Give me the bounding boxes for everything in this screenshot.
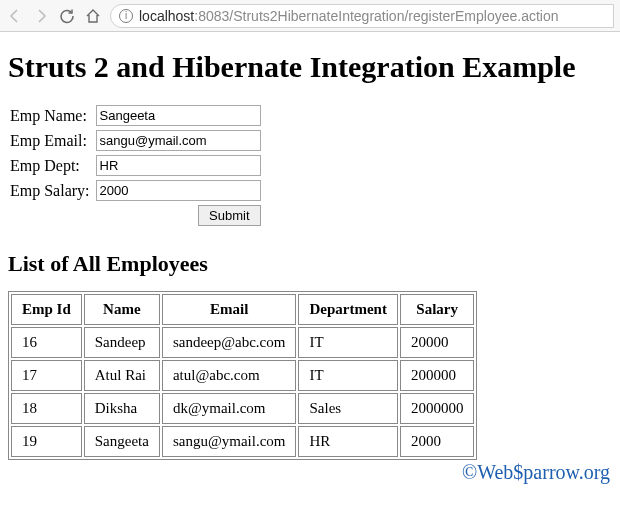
name-label: Emp Name: (10, 104, 94, 127)
header-dept: Department (298, 294, 397, 325)
page-title: Struts 2 and Hibernate Integration Examp… (8, 50, 612, 84)
header-id: Emp Id (11, 294, 82, 325)
cell-salary: 200000 (400, 360, 475, 391)
form-row-salary: Emp Salary: (10, 179, 265, 202)
cell-dept: IT (298, 360, 397, 391)
cell-name: Sandeep (84, 327, 160, 358)
employee-form: Emp Name: Emp Email: Emp Dept: Emp Salar… (8, 102, 267, 229)
salary-input[interactable] (96, 180, 261, 201)
cell-id: 16 (11, 327, 82, 358)
email-label: Emp Email: (10, 129, 94, 152)
forward-icon[interactable] (32, 7, 50, 25)
url-path: /Struts2HibernateIntegration/registerEmp… (229, 8, 558, 24)
cell-dept: HR (298, 426, 397, 457)
table-row: 19Sangeetasangu@ymail.comHR2000 (11, 426, 474, 457)
address-bar[interactable]: i localhost:8083/Struts2HibernateIntegra… (110, 4, 614, 28)
browser-toolbar: i localhost:8083/Struts2HibernateIntegra… (0, 0, 620, 32)
employees-table: Emp Id Name Email Department Salary 16Sa… (8, 291, 477, 460)
cell-name: Diksha (84, 393, 160, 424)
cell-salary: 2000 (400, 426, 475, 457)
cell-dept: IT (298, 327, 397, 358)
reload-icon[interactable] (58, 7, 76, 25)
table-row: 16Sandeepsandeep@abc.comIT20000 (11, 327, 474, 358)
table-row: 18Dikshadk@ymail.comSales2000000 (11, 393, 474, 424)
form-row-name: Emp Name: (10, 104, 265, 127)
cell-name: Sangeeta (84, 426, 160, 457)
header-name: Name (84, 294, 160, 325)
url-port: :8083 (194, 8, 229, 24)
submit-button[interactable] (198, 205, 260, 226)
watermark: ©Web$parrow.org (462, 461, 610, 484)
info-icon: i (119, 9, 133, 23)
salary-label: Emp Salary: (10, 179, 94, 202)
form-row-submit (10, 204, 265, 227)
page-body: Struts 2 and Hibernate Integration Examp… (0, 32, 620, 490)
email-input[interactable] (96, 130, 261, 151)
cell-id: 18 (11, 393, 82, 424)
header-email: Email (162, 294, 297, 325)
cell-email: sandeep@abc.com (162, 327, 297, 358)
cell-id: 19 (11, 426, 82, 457)
form-row-dept: Emp Dept: (10, 154, 265, 177)
cell-salary: 2000000 (400, 393, 475, 424)
cell-name: Atul Rai (84, 360, 160, 391)
list-title: List of All Employees (8, 251, 612, 277)
cell-id: 17 (11, 360, 82, 391)
dept-input[interactable] (96, 155, 261, 176)
home-icon[interactable] (84, 7, 102, 25)
url-host: localhost (139, 8, 194, 24)
table-header-row: Emp Id Name Email Department Salary (11, 294, 474, 325)
cell-salary: 20000 (400, 327, 475, 358)
cell-email: atul@abc.com (162, 360, 297, 391)
dept-label: Emp Dept: (10, 154, 94, 177)
form-row-email: Emp Email: (10, 129, 265, 152)
back-icon[interactable] (6, 7, 24, 25)
cell-email: dk@ymail.com (162, 393, 297, 424)
name-input[interactable] (96, 105, 261, 126)
header-salary: Salary (400, 294, 475, 325)
table-row: 17Atul Raiatul@abc.comIT200000 (11, 360, 474, 391)
cell-dept: Sales (298, 393, 397, 424)
cell-email: sangu@ymail.com (162, 426, 297, 457)
